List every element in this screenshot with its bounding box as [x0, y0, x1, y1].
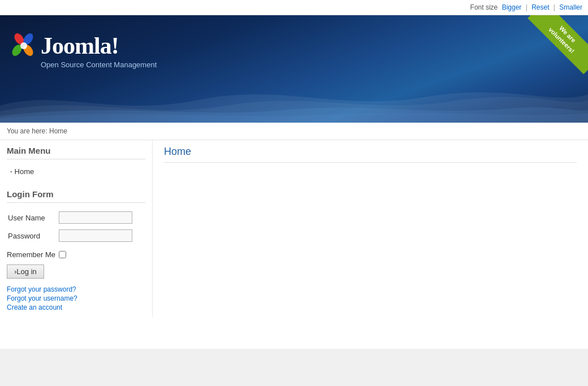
svg-point-4: [20, 42, 27, 49]
logo-area: Joomla! Open Source Content Management: [11, 32, 157, 69]
password-row: Password: [7, 227, 145, 245]
username-input[interactable]: [59, 211, 132, 224]
ribbon-text: We arevolunteers!: [528, 15, 588, 74]
content-title: Home: [164, 146, 577, 163]
username-label: User Name: [7, 209, 58, 227]
forgot-username-link[interactable]: Forgot your username?: [7, 294, 145, 302]
login-form-module: Login Form User Name Password Remember M…: [7, 189, 145, 311]
login-form-title: Login Form: [7, 189, 145, 203]
username-row: User Name: [7, 209, 145, 227]
remember-me-row: Remember Me: [7, 250, 145, 259]
volunteer-ribbon: We arevolunteers!: [520, 15, 588, 83]
password-input[interactable]: [59, 229, 132, 242]
site-header: Joomla! Open Source Content Management W…: [0, 15, 588, 123]
font-size-label: Font size: [470, 3, 498, 11]
logo: Joomla!: [11, 32, 119, 59]
login-form-table: User Name Password: [7, 209, 145, 245]
sidebar: Main Menu Home Login Form User Name Pass…: [0, 140, 153, 317]
menu-item-home-label: Home: [15, 167, 34, 176]
content-area: Main Menu Home Login Form User Name Pass…: [0, 140, 588, 317]
breadcrumb-path: Home: [49, 127, 67, 135]
tagline: Open Source Content Management: [41, 60, 157, 69]
remember-me-checkbox[interactable]: [59, 251, 66, 258]
create-account-link[interactable]: Create an account: [7, 303, 145, 311]
joomla-icon: [11, 33, 36, 58]
breadcrumb-prefix: You are here:: [7, 127, 47, 135]
font-smaller-link[interactable]: Smaller: [559, 3, 582, 11]
login-button[interactable]: ›Log in: [7, 264, 44, 279]
forgot-password-link[interactable]: Forgot your password?: [7, 285, 145, 293]
font-bigger-link[interactable]: Bigger: [502, 3, 522, 11]
password-label: Password: [7, 227, 58, 245]
font-reset-link[interactable]: Reset: [531, 3, 549, 11]
site-name: Joomla!: [41, 32, 119, 59]
main-menu-title: Main Menu: [7, 146, 145, 159]
main-content: Home: [153, 140, 588, 317]
breadcrumb: You are here: Home: [0, 123, 588, 140]
remember-me-label: Remember Me: [7, 250, 55, 259]
top-bar: Font size Bigger | Reset | Smaller: [0, 0, 588, 15]
main-wrapper: You are here: Home Main Menu Home Login …: [0, 123, 588, 349]
menu-item-home[interactable]: Home: [7, 165, 145, 178]
main-menu-module: Main Menu Home: [7, 146, 145, 178]
login-links: Forgot your password? Forgot your userna…: [7, 285, 145, 311]
